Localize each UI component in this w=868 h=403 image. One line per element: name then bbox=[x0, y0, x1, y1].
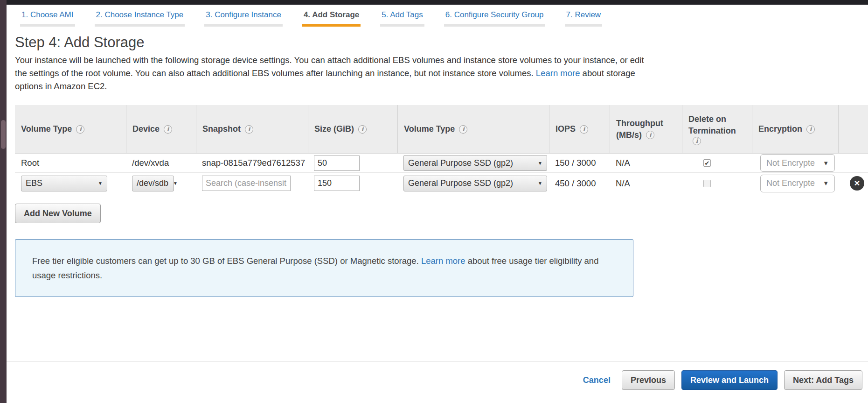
caret-down-icon: ▼ bbox=[98, 181, 103, 186]
info-icon[interactable]: i bbox=[646, 131, 654, 139]
root-volume-type-label: Root bbox=[15, 154, 126, 172]
previous-button[interactable]: Previous bbox=[622, 370, 675, 390]
col-header-delete-on-termination: Delete on Termination i bbox=[682, 105, 752, 153]
tab-configure-security-group[interactable]: 6. Configure Security Group bbox=[444, 10, 545, 27]
root-encryption-select[interactable]: Not Encrypte ▼ bbox=[760, 154, 835, 172]
info-icon[interactable]: i bbox=[358, 125, 367, 134]
ebs-device-select[interactable]: /dev/sdb ▼ bbox=[132, 176, 174, 191]
info-icon[interactable]: i bbox=[245, 125, 253, 134]
ebs-iops-value: 450 / 3000 bbox=[549, 173, 610, 194]
col-label: Throughput bbox=[616, 118, 663, 129]
ebs-snapshot-search-input[interactable] bbox=[202, 176, 291, 191]
col-label: Snapshot bbox=[202, 124, 241, 134]
col-header-encryption: Encryption i bbox=[752, 105, 838, 153]
learn-more-storage-link[interactable]: Learn more bbox=[536, 68, 580, 78]
root-throughput-value: N/A bbox=[610, 154, 682, 172]
browser-top-bar bbox=[0, 0, 868, 5]
tab-configure-instance[interactable]: 3. Configure Instance bbox=[204, 10, 283, 27]
col-header-volume-type-select: Volume Type i bbox=[397, 105, 549, 153]
caret-down-icon: ▼ bbox=[823, 160, 829, 167]
page-description: Your instance will be launched with the … bbox=[15, 54, 649, 93]
learn-more-free-tier-link[interactable]: Learn more bbox=[421, 256, 465, 266]
selected-option: /dev/sdb bbox=[137, 178, 168, 188]
info-icon[interactable]: i bbox=[693, 137, 701, 145]
col-label: Encryption bbox=[758, 124, 802, 134]
root-snapshot-label: snap-0815a779ed7612537 bbox=[196, 154, 308, 172]
selected-option: Not Encrypte bbox=[766, 158, 815, 168]
col-header-device: Device i bbox=[126, 105, 196, 153]
root-iops-value: 150 / 3000 bbox=[549, 154, 610, 172]
caret-down-icon: ▼ bbox=[538, 181, 542, 186]
left-side-strip bbox=[0, 0, 7, 403]
free-tier-info-box: Free tier eligible customers can get up … bbox=[15, 239, 633, 297]
tab-choose-instance-type[interactable]: 2. Choose Instance Type bbox=[95, 10, 185, 27]
table-row-ebs-volume: EBS ▼ /dev/sdb ▼ General Purpose SSD (gp… bbox=[15, 173, 868, 194]
info-icon[interactable]: i bbox=[76, 125, 84, 134]
ebs-volume-type-select[interactable]: EBS ▼ bbox=[21, 176, 107, 191]
col-label: Device bbox=[132, 124, 160, 134]
ebs-delete-on-termination-checkbox[interactable] bbox=[703, 180, 711, 187]
ebs-encryption-select[interactable]: Not Encrypte ▼ bbox=[760, 175, 835, 192]
col-label: Delete on bbox=[688, 113, 726, 125]
col-header-volume-type: Volume Type i bbox=[15, 105, 126, 153]
root-size-input[interactable] bbox=[314, 156, 360, 171]
info-icon[interactable]: i bbox=[806, 125, 815, 134]
col-header-throughput: Throughput (MB/s) i bbox=[610, 105, 682, 153]
tab-review[interactable]: 7. Review bbox=[565, 10, 603, 27]
caret-down-icon: ▼ bbox=[173, 181, 178, 186]
selected-option: General Purpose SSD (gp2) bbox=[408, 158, 513, 168]
add-new-volume-button[interactable]: Add New Volume bbox=[15, 204, 101, 223]
table-header-row: Volume Type i Device i Snapshot i Size (… bbox=[15, 105, 868, 154]
col-header-size: Size (GiB) i bbox=[308, 105, 397, 153]
col-label-line2: (MB/s) bbox=[616, 129, 642, 141]
info-icon[interactable]: i bbox=[459, 125, 467, 134]
selected-option: Not Encrypte bbox=[766, 178, 815, 188]
root-device-label: /dev/xvda bbox=[126, 154, 196, 172]
page-title: Step 4: Add Storage bbox=[15, 34, 868, 51]
root-volume-type-select[interactable]: General Purpose SSD (gp2) ▼ bbox=[403, 155, 547, 171]
scrollbar-thumb[interactable] bbox=[1, 120, 6, 149]
col-header-iops: IOPS i bbox=[549, 105, 610, 153]
tab-add-tags[interactable]: 5. Add Tags bbox=[380, 10, 424, 27]
tab-add-storage[interactable]: 4. Add Storage bbox=[302, 10, 361, 27]
add-storage-page: 1. Choose AMI 2. Choose Instance Type 3.… bbox=[7, 5, 868, 390]
storage-volumes-table: Volume Type i Device i Snapshot i Size (… bbox=[15, 105, 868, 194]
col-label: Volume Type bbox=[404, 124, 455, 134]
ebs-size-input[interactable] bbox=[314, 176, 360, 191]
review-and-launch-button[interactable]: Review and Launch bbox=[681, 370, 778, 390]
col-header-actions bbox=[838, 105, 868, 153]
ebs-volume-type-gp2-select[interactable]: General Purpose SSD (gp2) ▼ bbox=[403, 176, 547, 191]
free-tier-text: Free tier eligible customers can get up … bbox=[32, 256, 419, 266]
tab-choose-ami[interactable]: 1. Choose AMI bbox=[20, 10, 75, 27]
col-label: Size (GiB) bbox=[314, 124, 354, 134]
wizard-step-tabs: 1. Choose AMI 2. Choose Instance Type 3.… bbox=[20, 10, 868, 27]
cancel-link[interactable]: Cancel bbox=[583, 375, 611, 385]
col-header-snapshot: Snapshot i bbox=[196, 105, 308, 153]
table-row-root-volume: Root /dev/xvda snap-0815a779ed7612537 Ge… bbox=[15, 154, 868, 173]
selected-option: General Purpose SSD (gp2) bbox=[408, 178, 513, 188]
col-label: Volume Type bbox=[21, 124, 72, 134]
selected-option: EBS bbox=[26, 178, 42, 188]
caret-down-icon: ▼ bbox=[538, 161, 542, 166]
next-add-tags-button[interactable]: Next: Add Tags bbox=[784, 370, 862, 390]
ebs-throughput-value: N/A bbox=[610, 173, 682, 194]
remove-volume-button[interactable]: ✕ bbox=[850, 176, 864, 191]
caret-down-icon: ▼ bbox=[823, 180, 829, 187]
col-label: IOPS bbox=[556, 124, 576, 134]
info-icon[interactable]: i bbox=[164, 125, 172, 134]
root-delete-on-termination-checkbox[interactable] bbox=[703, 159, 711, 167]
info-icon[interactable]: i bbox=[580, 125, 588, 134]
wizard-footer: Cancel Previous Review and Launch Next: … bbox=[7, 361, 868, 390]
